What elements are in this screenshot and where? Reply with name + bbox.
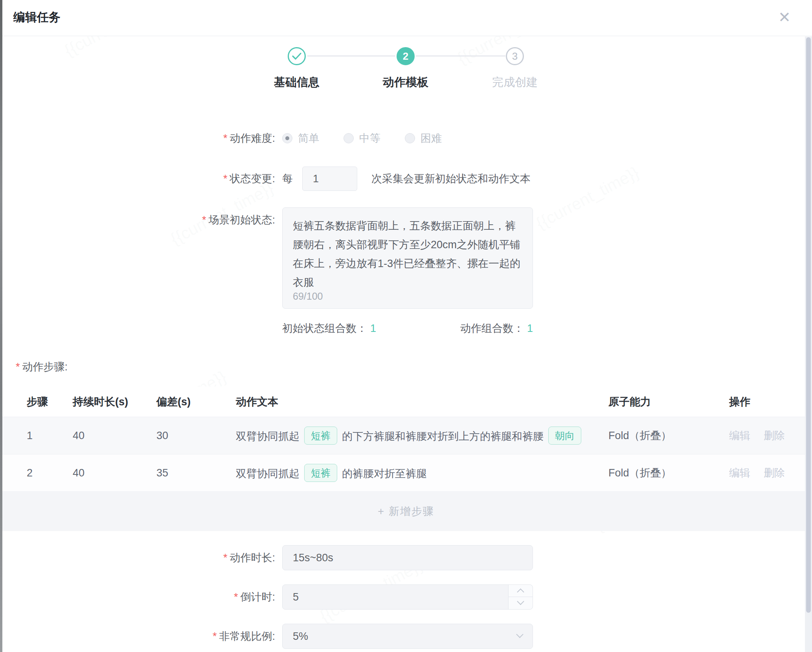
state-change-label: *状态变更: — [0, 172, 275, 186]
chevron-down-icon — [516, 631, 523, 638]
scrollbar-thumb[interactable] — [806, 37, 811, 613]
state-change-suffix: 次采集会更新初始状态和动作文本 — [371, 172, 531, 186]
steps-table-header: 步骤 持续时长(s) 偏差(s) 动作文本 原子能力 操作 — [0, 386, 812, 417]
radio-medium[interactable]: 中等 — [344, 131, 380, 145]
step-1-label: 基础信息 — [250, 75, 344, 90]
action-duration-row: *动作时长: 15s~80s — [0, 545, 812, 570]
step-2-label: 动作模板 — [358, 75, 453, 90]
cell-ability: Fold（折叠） — [608, 466, 729, 480]
delete-link[interactable]: 删除 — [764, 430, 785, 441]
cell-duration: 40 — [73, 430, 156, 442]
required-asterisk: * — [202, 214, 206, 226]
initial-state-textarea[interactable]: 短裤五条数据背面朝上，五条数据正面朝上，裤腰朝右，离头部视野下方至少20cm之外… — [282, 207, 533, 309]
col-header-duration: 持续时长(s) — [73, 395, 156, 409]
radio-hard[interactable]: 困难 — [405, 131, 442, 145]
difficulty-row: *动作难度: 简单 中等 困难 — [0, 126, 812, 150]
col-header-action-text: 动作文本 — [236, 395, 608, 409]
countdown-row: *倒计时: 5 — [0, 584, 812, 610]
cell-ability: Fold（折叠） — [608, 429, 729, 443]
required-asterisk: * — [213, 630, 217, 642]
initial-state-text: 短裤五条数据背面朝上，五条数据正面朝上，裤腰朝右，离头部视野下方至少20cm之外… — [283, 208, 533, 292]
increment-button[interactable] — [509, 585, 533, 597]
steps-section-label: *动作步骤: — [16, 360, 68, 374]
step-connector — [307, 55, 395, 57]
scrollbar-track[interactable] — [805, 37, 812, 652]
required-asterisk: * — [223, 132, 228, 144]
radio-label: 中等 — [359, 131, 380, 145]
step-connector — [416, 55, 505, 57]
initial-combo-stat: 初始状态组合数：1 — [282, 321, 376, 335]
col-header-ability: 原子能力 — [608, 395, 729, 409]
step-2-circle: 2 — [397, 47, 415, 65]
delete-link[interactable]: 删除 — [764, 467, 785, 479]
cell-step: 2 — [27, 467, 73, 479]
required-asterisk: * — [223, 552, 228, 564]
step-2-number: 2 — [403, 50, 408, 62]
step-3-number: 3 — [512, 50, 518, 62]
radio-icon — [344, 133, 354, 143]
cell-operations: 编辑删除 — [729, 466, 812, 480]
col-header-operation: 操作 — [729, 395, 812, 409]
action-duration-label: *动作时长: — [0, 551, 275, 565]
action-duration-input[interactable]: 15s~80s — [282, 545, 533, 570]
action-object-tag: 短裤 — [304, 427, 337, 445]
decrement-button[interactable] — [509, 597, 533, 609]
edit-task-dialog: {{current_time}} {{current_time}} {{curr… — [0, 0, 812, 652]
steps-table-body: 14030双臂协同抓起短裤的下方裤腿和裤腰对折到上方的裤腿和裤腰朝向Fold（折… — [0, 417, 812, 492]
radio-label: 简单 — [298, 131, 319, 145]
state-change-input[interactable]: 1 — [302, 167, 357, 191]
edit-link[interactable]: 编辑 — [729, 430, 750, 441]
step-3-circle: 3 — [506, 47, 524, 65]
close-icon[interactable]: ✕ — [776, 9, 793, 26]
cell-duration: 40 — [73, 467, 156, 479]
stepper: 基础信息 2 动作模板 3 完成创建 — [0, 36, 812, 99]
number-spinner — [508, 585, 533, 609]
initial-state-label: *场景初始状态: — [0, 213, 275, 227]
cell-action-text: 双臂协同抓起短裤的裤腰对折至裤腿 — [236, 464, 608, 482]
cell-deviation: 30 — [156, 430, 236, 442]
countdown-input[interactable]: 5 — [282, 584, 533, 610]
unusual-ratio-select[interactable]: 5% — [282, 624, 533, 649]
action-combo-stat: 动作组合数：1 — [460, 321, 533, 335]
combo-stats-row: 初始状态组合数：1 动作组合数：1 — [282, 321, 533, 335]
radio-label: 困难 — [421, 131, 442, 145]
unusual-ratio-label: *非常规比例: — [0, 629, 275, 643]
chevron-up-icon — [517, 588, 524, 595]
cell-deviation: 35 — [156, 467, 236, 479]
screen-edge-strip — [0, 0, 2, 652]
add-step-button[interactable]: + 新增步骤 — [0, 492, 812, 531]
action-object-tag: 短裤 — [304, 464, 337, 482]
countdown-label: *倒计时: — [0, 590, 275, 604]
difficulty-label: *动作难度: — [0, 131, 275, 145]
state-change-prefix: 每 — [282, 172, 293, 186]
action-object-tag: 朝向 — [548, 427, 581, 445]
radio-icon — [282, 133, 292, 143]
radio-icon — [405, 133, 415, 143]
char-counter: 69/100 — [293, 291, 323, 302]
cell-operations: 编辑删除 — [729, 429, 812, 443]
action-combo-value: 1 — [527, 322, 533, 334]
table-row: 14030双臂协同抓起短裤的下方裤腿和裤腰对折到上方的裤腿和裤腰朝向Fold（折… — [0, 417, 812, 454]
state-change-row: *状态变更: 每 1 次采集会更新初始状态和动作文本 — [0, 167, 812, 191]
check-icon — [292, 52, 301, 60]
steps-table: 步骤 持续时长(s) 偏差(s) 动作文本 原子能力 操作 14030双臂协同抓… — [0, 386, 812, 531]
col-header-deviation: 偏差(s) — [156, 395, 236, 409]
step-1-circle — [288, 47, 306, 65]
unusual-ratio-row: *非常规比例: 5% — [0, 624, 812, 649]
required-asterisk: * — [16, 361, 20, 373]
edit-link[interactable]: 编辑 — [729, 467, 750, 479]
initial-combo-value: 1 — [370, 322, 376, 334]
chevron-down-icon — [517, 598, 524, 605]
required-asterisk: * — [223, 173, 228, 185]
radio-simple[interactable]: 简单 — [282, 131, 319, 145]
col-header-step: 步骤 — [27, 395, 73, 409]
cell-action-text: 双臂协同抓起短裤的下方裤腿和裤腰对折到上方的裤腿和裤腰朝向 — [236, 427, 608, 445]
cell-step: 1 — [27, 430, 73, 442]
dialog-header: 编辑任务 ✕ — [0, 0, 812, 36]
table-row: 24035双臂协同抓起短裤的裤腰对折至裤腿Fold（折叠）编辑删除 — [0, 454, 812, 492]
dialog-title: 编辑任务 — [13, 9, 61, 26]
difficulty-radio-group: 简单 中等 困难 — [282, 131, 466, 145]
required-asterisk: * — [234, 591, 238, 603]
step-3-label: 完成创建 — [468, 75, 562, 90]
